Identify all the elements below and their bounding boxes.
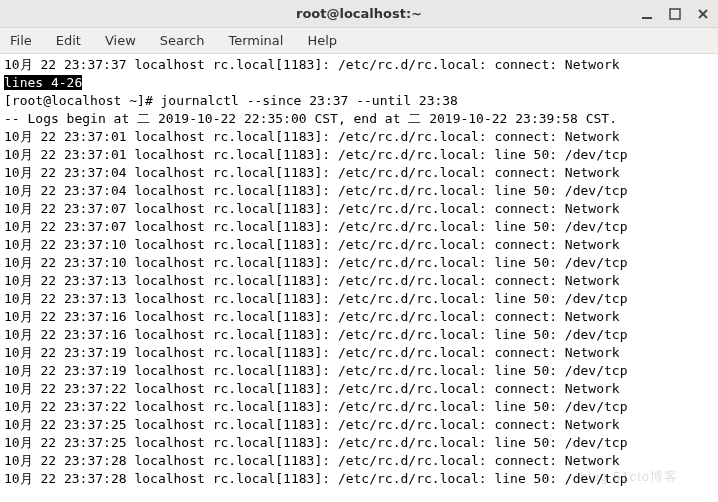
log-line: 10月 22 23:37:16 localhost rc.local[1183]… xyxy=(4,309,627,324)
less-status: lines 4-26 xyxy=(4,75,82,90)
close-icon xyxy=(697,8,709,20)
log-line: 10月 22 23:37:10 localhost rc.local[1183]… xyxy=(4,255,627,270)
log-line: 10月 22 23:37:13 localhost rc.local[1183]… xyxy=(4,291,627,306)
log-line: 10月 22 23:37:07 localhost rc.local[1183]… xyxy=(4,201,627,216)
log-line: 10月 22 23:37:04 localhost rc.local[1183]… xyxy=(4,183,627,198)
log-line: 10月 22 23:37:22 localhost rc.local[1183]… xyxy=(4,399,627,414)
log-line: 10月 22 23:37:25 localhost rc.local[1183]… xyxy=(4,435,627,450)
log-line: 10月 22 23:37:01 localhost rc.local[1183]… xyxy=(4,129,627,144)
menu-file[interactable]: File xyxy=(6,31,36,50)
log-line: 10月 22 23:37:04 localhost rc.local[1183]… xyxy=(4,165,627,180)
log-line: 10月 22 23:37:13 localhost rc.local[1183]… xyxy=(4,273,627,288)
menu-view[interactable]: View xyxy=(101,31,140,50)
terminal-output[interactable]: 10月 22 23:37:37 localhost rc.local[1183]… xyxy=(0,54,718,502)
log-line: 10月 22 23:37:25 localhost rc.local[1183]… xyxy=(4,417,627,432)
log-line: 10月 22 23:37:28 localhost rc.local[1183]… xyxy=(4,471,627,486)
menu-terminal[interactable]: Terminal xyxy=(224,31,287,50)
maximize-button[interactable] xyxy=(666,5,684,23)
window-title: root@localhost:~ xyxy=(296,6,422,21)
menu-edit[interactable]: Edit xyxy=(52,31,85,50)
menu-help[interactable]: Help xyxy=(303,31,341,50)
logs-header: -- Logs begin at 二 2019-10-22 22:35:00 C… xyxy=(4,111,625,126)
log-line: 10月 22 23:37:16 localhost rc.local[1183]… xyxy=(4,327,627,342)
log-line: 10月 22 23:37:01 localhost rc.local[1183]… xyxy=(4,147,627,162)
titlebar: root@localhost:~ xyxy=(0,0,718,28)
log-line: 10月 22 23:37:22 localhost rc.local[1183]… xyxy=(4,381,627,396)
menubar: File Edit View Search Terminal Help xyxy=(0,28,718,54)
close-button[interactable] xyxy=(694,5,712,23)
svg-rect-0 xyxy=(642,17,652,19)
svg-rect-1 xyxy=(670,9,680,19)
minimize-button[interactable] xyxy=(638,5,656,23)
maximize-icon xyxy=(669,8,681,20)
log-line: 10月 22 23:37:10 localhost rc.local[1183]… xyxy=(4,237,627,252)
log-line: 10月 22 23:37:37 localhost rc.local[1183]… xyxy=(4,57,627,72)
log-line: 10月 22 23:37:19 localhost rc.local[1183]… xyxy=(4,363,627,378)
menu-search[interactable]: Search xyxy=(156,31,209,50)
minimize-icon xyxy=(641,8,653,20)
log-line: 10月 22 23:37:07 localhost rc.local[1183]… xyxy=(4,219,627,234)
log-line: 10月 22 23:37:28 localhost rc.local[1183]… xyxy=(4,453,627,468)
shell-prompt: [root@localhost ~]# journalctl --since 2… xyxy=(4,93,458,108)
terminal-window: root@localhost:~ File Edit View Search T… xyxy=(0,0,718,502)
log-line: 10月 22 23:37:19 localhost rc.local[1183]… xyxy=(4,345,627,360)
window-controls xyxy=(638,0,712,27)
